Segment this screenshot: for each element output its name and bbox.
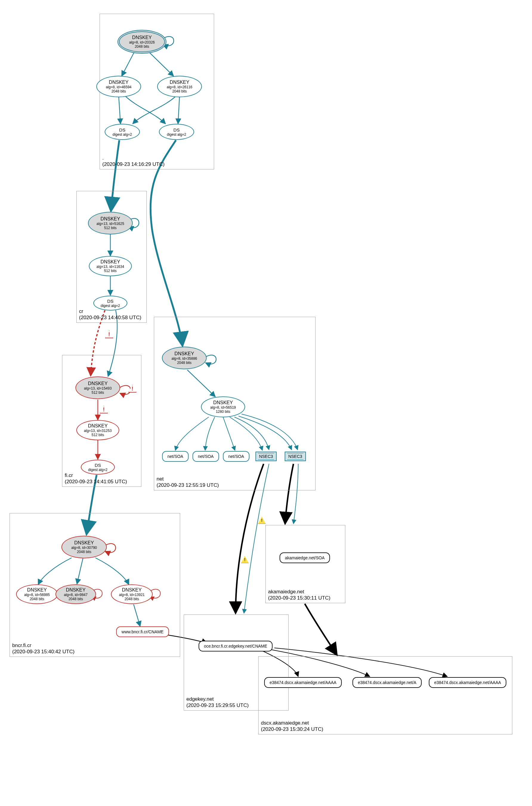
dnskey-bncr-zsk: DNSKEY alg=8, id=9847 2048 bits bbox=[55, 584, 96, 604]
dnskey-root-zsk: DNSKEY alg=8, id=26116 2048 bits bbox=[157, 76, 202, 97]
dnskey-bncr-ksk: DNSKEY alg=8, id=30790 2048 bits bbox=[61, 536, 107, 558]
zone-label: dscx.akamaiedge.net(2020-09-23 15:30:24 … bbox=[261, 720, 323, 733]
dnskey-root-zsk: DNSKEY alg=8, id=46594 2048 bits bbox=[96, 76, 141, 97]
aaaa-record: e38474.dscx.akamaiedge.net/AAAA bbox=[264, 677, 342, 688]
aaaa-record: e38474.dscx.akamaiedge.net/AAAA bbox=[429, 677, 506, 688]
zone-akamaiedge: akamaiedge.net(2020-09-23 15:30:11 UTC) bbox=[265, 525, 345, 603]
ds-record: DS digest alg=2 bbox=[105, 124, 140, 140]
ds-record: DS digest alg=2 bbox=[93, 296, 127, 311]
zone-label: .(2020-09-23 14:16:29 UTC) bbox=[102, 155, 165, 168]
soa-record: net/SOA bbox=[223, 451, 250, 462]
dnskey-net-zsk: DNSKEY alg=8, id=56519 1280 bits bbox=[201, 396, 245, 417]
nsec3-record: NSEC3 bbox=[285, 452, 306, 461]
dnskey-cr-zsk: DNSKEY alg=13, id=11634 512 bits bbox=[89, 256, 132, 276]
dnskey-bncr-zsk: DNSKEY alg=8, id=56985 2048 bits bbox=[16, 584, 58, 604]
ds-record: DS digest alg=2 bbox=[159, 124, 194, 140]
dnskey-bncr-zsk: DNSKEY alg=8, id=13921 2048 bits bbox=[111, 584, 153, 604]
dnskey-net-ksk: DNSKEY alg=8, id=35886 2048 bits bbox=[162, 346, 207, 369]
a-record: e38474.dscx.akamaiedge.net/A bbox=[353, 677, 422, 688]
zone-label: net(2020-09-23 12:55:19 UTC) bbox=[156, 476, 219, 489]
soa-record: net/SOA bbox=[162, 451, 189, 462]
soa-record: net/SOA bbox=[193, 451, 219, 462]
cname-record: oce.bncr.fi.cr.edgekey.net/CNAME bbox=[198, 641, 272, 652]
soa-record: akamaiedge.net/SOA bbox=[280, 552, 330, 563]
dnskey-root-ksk: DNSKEY alg=8, id=20326 2048 bits bbox=[117, 30, 166, 54]
zone-dscx: dscx.akamaiedge.net(2020-09-23 15:30:24 … bbox=[258, 656, 512, 734]
dnskey-cr-ksk: DNSKEY alg=13, id=51625 512 bits bbox=[88, 212, 133, 235]
dnskey-ficr-zsk: DNSKEY alg=13, id=31253 512 bits bbox=[76, 420, 119, 440]
nsec3-record: NSEC3 bbox=[255, 452, 277, 461]
dnskey-ficr-ksk: DNSKEY alg=13, id=15493 512 bits bbox=[75, 376, 120, 399]
ds-record: DS digest alg=2 bbox=[81, 460, 115, 474]
zone-label: bncr.fi.cr(2020-09-23 15:40:42 UTC) bbox=[12, 642, 75, 655]
zone-label: edgekey.net(2020-09-23 15:29:55 UTC) bbox=[186, 696, 249, 709]
cname-record: www.bncr.fi.cr/CNAME bbox=[116, 626, 169, 637]
zone-label: akamaiedge.net(2020-09-23 15:30:11 UTC) bbox=[268, 588, 330, 601]
